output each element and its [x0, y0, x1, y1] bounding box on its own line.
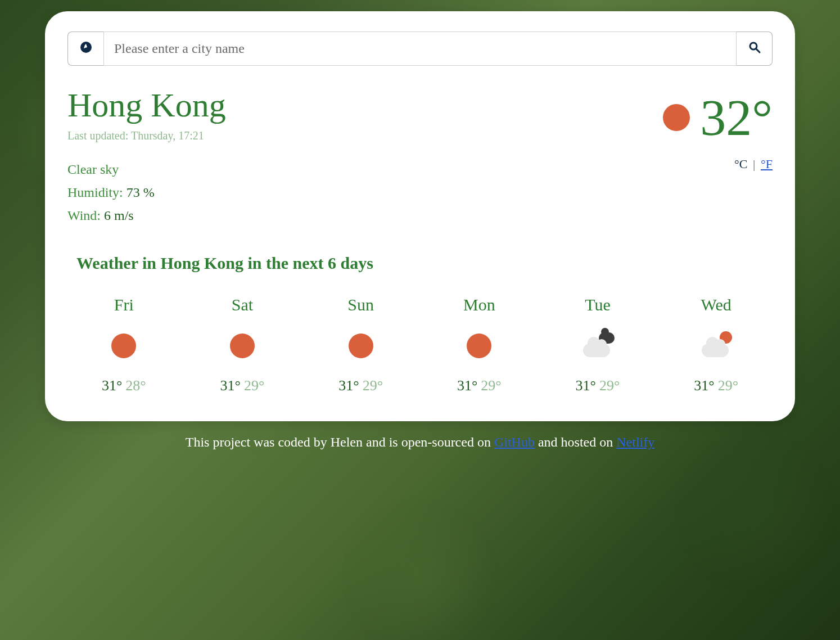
search-row [67, 31, 773, 66]
humidity-row: Humidity: 73 % [67, 181, 226, 204]
temp-low: 29° [599, 377, 620, 394]
city-name: Hong Kong [67, 86, 226, 125]
temp-low: 29° [244, 377, 264, 394]
forecast-row: Fri31°28°Sat31°29°Sun31°29°Mon31°29°Tue3… [67, 295, 773, 394]
sky-condition: Clear sky [67, 158, 226, 181]
temp-high: 31° [457, 377, 477, 394]
wind-value: 6 m/s [104, 208, 134, 223]
search-button[interactable] [737, 31, 773, 66]
sun-icon [67, 330, 180, 362]
day-temps: 31°29° [423, 377, 536, 394]
footer-credit: This project was coded by Helen and is o… [45, 435, 795, 450]
github-link[interactable]: GitHub [494, 435, 535, 449]
svg-line-2 [756, 49, 760, 52]
day-name: Fri [67, 295, 180, 314]
compass-icon [79, 40, 93, 57]
forecast-day: Sat31°29° [186, 295, 299, 394]
forecast-day: Wed31°29° [660, 295, 773, 394]
weather-card: Hong Kong Last updated: Thursday, 17:21 … [45, 11, 795, 421]
cloud-sun-icon [660, 330, 773, 362]
day-temps: 31°29° [304, 377, 417, 394]
day-name: Mon [423, 295, 536, 314]
day-name: Tue [541, 295, 654, 314]
day-temps: 31°29° [541, 377, 654, 394]
sun-icon [423, 330, 536, 362]
day-temps: 31°28° [67, 377, 180, 394]
footer-text-1: This project was coded by Helen and is o… [186, 435, 494, 449]
unit-fahrenheit[interactable]: °F [761, 157, 773, 171]
current-temp-row: 32° [663, 92, 773, 143]
last-updated: Last updated: Thursday, 17:21 [67, 129, 226, 142]
forecast-day: Sun31°29° [304, 295, 417, 394]
wind-label: Wind: [67, 208, 104, 223]
cloud-dark-icon [541, 330, 654, 362]
temp-low: 29° [481, 377, 501, 394]
day-temps: 31°29° [186, 377, 299, 394]
humidity-label: Humidity: [67, 185, 127, 200]
footer-text-2: and hosted on [535, 435, 616, 449]
day-name: Sat [186, 295, 299, 314]
sun-icon [304, 330, 417, 362]
sun-icon [663, 104, 690, 131]
unit-celsius[interactable]: °C [734, 157, 747, 171]
day-name: Wed [660, 295, 773, 314]
forecast-title: Weather in Hong Kong in the next 6 days [76, 254, 773, 273]
forecast-day: Mon31°29° [423, 295, 536, 394]
forecast-day: Tue31°29° [541, 295, 654, 394]
day-name: Sun [304, 295, 417, 314]
temp-low: 29° [363, 377, 383, 394]
temp-low: 29° [718, 377, 738, 394]
temp-high: 31° [220, 377, 241, 394]
temp-high: 31° [102, 377, 122, 394]
humidity-value: 73 % [127, 185, 155, 200]
current-temperature: 32° [700, 92, 773, 143]
unit-separator: | [750, 157, 758, 171]
temp-high: 31° [694, 377, 714, 394]
temp-high: 31° [338, 377, 359, 394]
current-weather: Hong Kong Last updated: Thursday, 17:21 … [67, 86, 773, 227]
sun-icon [186, 330, 299, 362]
conditions: Clear sky Humidity: 73 % Wind: 6 m/s [67, 158, 226, 227]
day-temps: 31°29° [660, 377, 773, 394]
netlify-link[interactable]: Netlify [616, 435, 654, 449]
wind-row: Wind: 6 m/s [67, 204, 226, 227]
temp-low: 28° [125, 377, 146, 394]
temp-high: 31° [576, 377, 596, 394]
geolocate-button[interactable] [67, 31, 103, 66]
unit-toggle: °C | °F [663, 157, 773, 172]
city-search-input[interactable] [103, 31, 737, 66]
search-icon [748, 40, 761, 57]
forecast-day: Fri31°28° [67, 295, 180, 394]
